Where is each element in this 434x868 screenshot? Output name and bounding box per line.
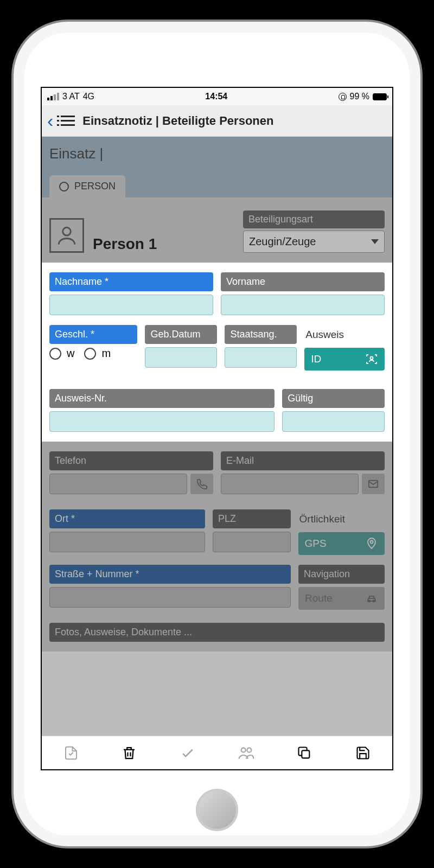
tab-person-label: PERSON bbox=[74, 181, 116, 192]
einsatz-band: Einsatz | PERSON bbox=[42, 137, 392, 197]
svg-point-7 bbox=[247, 748, 251, 752]
copy-icon bbox=[297, 745, 312, 761]
signal-icon bbox=[47, 93, 59, 100]
save-icon bbox=[355, 745, 371, 761]
input-nachname[interactable] bbox=[49, 295, 213, 315]
person-header: Person 1 Beteiligungsart Zeugin/Zeuge bbox=[42, 197, 392, 263]
label-staatsang: Staatsang. bbox=[225, 325, 297, 344]
route-button[interactable]: Route bbox=[298, 587, 385, 610]
radio-w[interactable] bbox=[49, 348, 61, 360]
id-scan-button[interactable]: ID bbox=[304, 348, 385, 371]
input-ort[interactable] bbox=[49, 532, 205, 552]
back-button[interactable]: ‹ bbox=[47, 110, 53, 131]
role-value: Zeugin/Zeuge bbox=[249, 235, 316, 248]
label-plz: PLZ bbox=[213, 509, 291, 528]
label-email: E-Mail bbox=[221, 451, 385, 470]
svg-point-6 bbox=[241, 748, 245, 752]
gender-w-label: w bbox=[67, 347, 74, 360]
check-icon bbox=[180, 745, 196, 761]
carrier-label: 3 AT bbox=[62, 92, 80, 101]
pdf-icon bbox=[63, 745, 79, 761]
avatar-placeholder[interactable] bbox=[49, 218, 84, 253]
rotation-lock-icon bbox=[339, 93, 347, 101]
label-geschlecht: Geschl. * bbox=[49, 325, 137, 344]
input-gueltig[interactable] bbox=[282, 411, 385, 432]
svg-point-1 bbox=[371, 357, 373, 360]
bottom-toolbar bbox=[42, 736, 392, 769]
list-menu-icon[interactable] bbox=[61, 116, 75, 126]
label-ort: Ort * bbox=[49, 509, 205, 528]
trash-icon bbox=[121, 745, 137, 761]
person-icon bbox=[55, 224, 79, 247]
svg-rect-8 bbox=[302, 750, 310, 758]
label-telefon: Telefon bbox=[49, 451, 213, 470]
label-gebdatum: Geb.Datum bbox=[145, 325, 217, 344]
svg-point-3 bbox=[371, 541, 373, 544]
input-staatsang[interactable] bbox=[225, 347, 297, 368]
tab-person[interactable]: PERSON bbox=[49, 175, 125, 197]
label-navigation: Navigation bbox=[298, 565, 385, 584]
save-button[interactable] bbox=[353, 743, 373, 763]
svg-point-0 bbox=[63, 227, 71, 235]
screen: 3 AT 4G 14:54 99 % ‹ Einsatznotiz | Bete… bbox=[41, 87, 393, 770]
phone-icon bbox=[196, 478, 208, 490]
role-dropdown[interactable]: Zeugin/Zeuge bbox=[243, 231, 385, 253]
phone-call-button[interactable] bbox=[190, 474, 213, 494]
input-gebdatum[interactable] bbox=[145, 347, 217, 368]
radio-icon bbox=[59, 182, 69, 192]
input-vorname[interactable] bbox=[221, 295, 385, 315]
mail-icon bbox=[367, 478, 379, 490]
label-strasse: Straße + Nummer * bbox=[49, 565, 291, 584]
form-contact-section: Telefon E-Mail bbox=[42, 442, 392, 652]
route-btn-label: Route bbox=[305, 592, 333, 604]
nav-header: ‹ Einsatznotiz | Beteiligte Personen bbox=[42, 105, 392, 137]
status-bar: 3 AT 4G 14:54 99 % bbox=[42, 88, 392, 105]
label-oertlichkeit: Örtlichkeit bbox=[298, 509, 385, 529]
pin-icon bbox=[365, 537, 378, 550]
input-strasse[interactable] bbox=[49, 587, 291, 608]
input-telefon[interactable] bbox=[49, 474, 187, 494]
battery-icon bbox=[373, 93, 387, 100]
label-vorname: Vorname bbox=[221, 272, 385, 291]
input-email[interactable] bbox=[221, 474, 359, 494]
confirm-button[interactable] bbox=[178, 743, 197, 763]
clock: 14:54 bbox=[205, 92, 227, 101]
role-label: Beteiligungsart bbox=[243, 210, 385, 228]
delete-button[interactable] bbox=[119, 743, 139, 763]
form-identity-section: Nachname * Vorname Geschl. * bbox=[42, 263, 392, 442]
id-btn-label: ID bbox=[311, 353, 321, 365]
label-nachname: Nachname * bbox=[49, 272, 213, 291]
input-plz[interactable] bbox=[213, 532, 291, 552]
label-ausweisnr: Ausweis-Nr. bbox=[49, 389, 275, 408]
gps-button[interactable]: GPS bbox=[298, 532, 385, 555]
home-button[interactable] bbox=[196, 789, 238, 831]
email-send-button[interactable] bbox=[362, 474, 385, 494]
people-icon bbox=[238, 744, 255, 762]
network-label: 4G bbox=[83, 92, 94, 101]
battery-percent: 99 % bbox=[350, 92, 369, 101]
gps-btn-label: GPS bbox=[305, 538, 327, 550]
radio-m[interactable] bbox=[84, 348, 96, 360]
person-title: Person 1 bbox=[93, 235, 234, 253]
label-fotos[interactable]: Fotos, Ausweise, Dokumente ... bbox=[49, 623, 385, 642]
phone-frame: 3 AT 4G 14:54 99 % ‹ Einsatznotiz | Bete… bbox=[14, 22, 420, 846]
car-icon bbox=[365, 592, 378, 605]
people-button[interactable] bbox=[237, 743, 256, 763]
einsatz-title: Einsatz | bbox=[49, 145, 385, 162]
label-ausweis: Ausweis bbox=[304, 325, 385, 344]
chevron-down-icon bbox=[371, 239, 379, 244]
nav-title: Einsatznotiz | Beteiligte Personen bbox=[82, 114, 273, 128]
gender-m-label: m bbox=[101, 347, 111, 360]
copy-button[interactable] bbox=[295, 743, 314, 763]
scan-person-icon bbox=[365, 353, 378, 366]
input-ausweisnr[interactable] bbox=[49, 411, 275, 432]
pdf-button[interactable] bbox=[61, 743, 81, 763]
label-gueltig: Gültig bbox=[282, 389, 385, 408]
